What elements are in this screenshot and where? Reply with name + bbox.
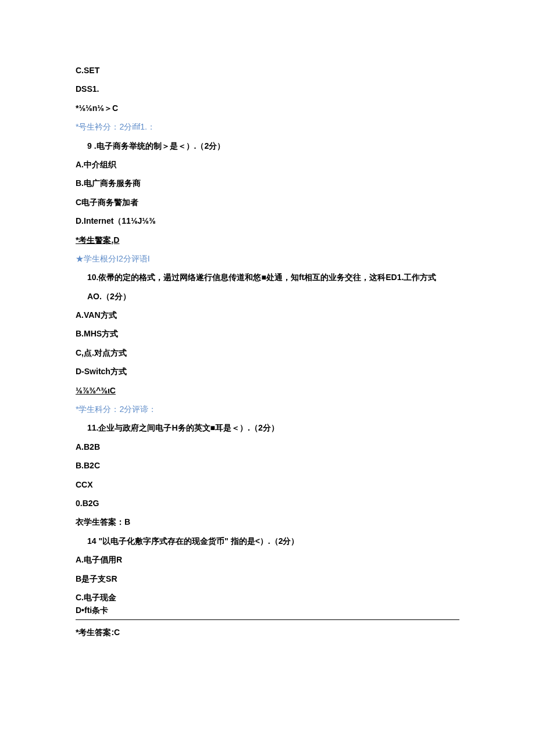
score-comment-3: *学生科分：2分评谛： xyxy=(76,403,459,415)
question-9: 9 .电子商务举统的制＞是＜）.（2分） xyxy=(76,139,459,152)
q14-option-c: C.电子现金 xyxy=(76,591,459,604)
q10-option-c: C,点.对点方式 xyxy=(76,346,459,359)
q14-option-a: A.电子倡用R xyxy=(76,553,459,566)
q14-option-b: B是子支SR xyxy=(76,572,459,585)
q11-answer: 衣学生答案：B xyxy=(76,515,459,528)
question-10-line1: 10.依帚的定的格式，遢过网络遂行信息传道和悠■处通，知ft相互的业务交往，这科… xyxy=(76,271,459,284)
q10-option-d: D-Switch方式 xyxy=(76,365,459,378)
q9-answer: *考生警案,D xyxy=(76,234,459,246)
q9-option-c: C电子商务警加者 xyxy=(76,196,459,209)
q11-option-b: B.B2C xyxy=(76,459,459,472)
q10-option-b: B.MHS方式 xyxy=(76,327,459,340)
q11-option-a: A.B2B xyxy=(76,440,459,453)
q9-option-a: A.中介组织 xyxy=(76,158,459,171)
q14-option-d: D•fti条卡 xyxy=(76,604,459,617)
option-c-set: C.SET xyxy=(76,64,459,77)
q11-option-c: CCX xyxy=(76,478,459,491)
q10-option-a: A.VAN方式 xyxy=(76,309,459,321)
garbled-line-1: *⅛⅛n⅛＞C xyxy=(76,102,459,114)
score-comment-2: ★学生根分I2分评语I xyxy=(76,252,459,265)
question-14: 14 "以电子化敷字序式存在的现金货币" 指的是<）.（2分） xyxy=(76,535,459,547)
question-11: 11.企业与政府之间电子H务的英文■耳是＜）.（2分） xyxy=(76,421,459,434)
option-dss1: DSS1. xyxy=(76,83,459,95)
q11-option-d: 0.B2G xyxy=(76,497,459,510)
q10-answer: ⅛⅞⅜^⅜ιC xyxy=(76,384,459,397)
q9-option-b: B.电广商务服务商 xyxy=(76,177,459,189)
score-comment-1: *号生衿分：2分ifif1.： xyxy=(76,120,459,133)
q14-answer: *考生答案:C xyxy=(76,626,459,639)
q9-option-d: D.Internet（11⅛J⅛⅜ xyxy=(76,214,459,227)
divider xyxy=(76,619,459,620)
question-10-line2: AO.（2分） xyxy=(76,290,459,303)
